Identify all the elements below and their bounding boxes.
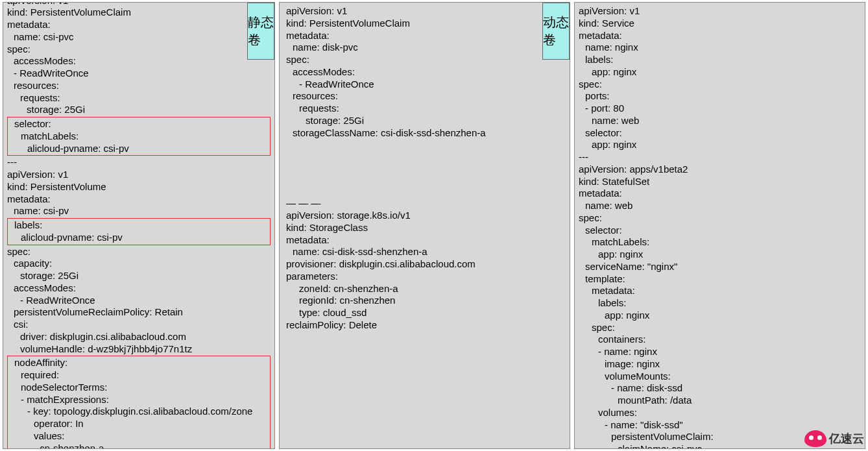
yaml-line: labels: xyxy=(8,219,270,232)
yaml-line: accessModes: xyxy=(7,282,271,295)
yaml-line: accessModes: xyxy=(286,66,566,79)
yaml-line: mountPath: /data xyxy=(579,395,861,407)
cloud-logo-icon xyxy=(804,430,826,447)
yaml-line: apiVersion: apps/v1beta2 xyxy=(579,164,861,176)
service-statefulset-panel: apiVersion: v1 kind: Service metadata: n… xyxy=(574,2,865,449)
yaml-line: volumeHandle: d-wz9bkj7jhbb4jo77n1tz xyxy=(7,343,271,356)
yaml-line: spec: xyxy=(579,212,861,225)
yaml-block: — — — apiVersion: storage.k8s.io/v1 kind… xyxy=(283,197,566,331)
yaml-line: volumeMounts: xyxy=(579,371,861,383)
yaml-line: provisioner: diskplugin.csi.alibabacloud… xyxy=(286,258,566,271)
yaml-line: matchLabels: xyxy=(8,130,270,143)
dynamic-volume-panel: 动态卷 apiVersion: v1 kind: PersistentVolum… xyxy=(279,2,570,449)
yaml-line: spec: xyxy=(7,246,271,258)
yaml-line: metadata: xyxy=(286,234,566,247)
yaml-line: - key: topology.diskplugin.csi.alibabacl… xyxy=(8,406,270,418)
yaml-line: operator: In xyxy=(8,418,270,430)
yaml-line: accessModes: xyxy=(7,55,271,67)
yaml-separator: --- xyxy=(7,156,271,169)
yaml-line: csi: xyxy=(7,319,271,331)
yaml-line: image: nginx xyxy=(579,358,861,371)
yaml-line: name: csi-disk-ssd-shenzhen-a xyxy=(286,246,566,258)
yaml-line: - name: nginx xyxy=(579,346,861,358)
yaml-line: selector: xyxy=(579,127,861,140)
yaml-block: apiVersion: v1 kind: PersistentVolumeCla… xyxy=(283,5,566,139)
yaml-line: resources: xyxy=(286,90,566,103)
yaml-line: regionId: cn-shenzhen xyxy=(286,295,566,307)
yaml-line: metadata: xyxy=(579,285,861,297)
yaml-line: metadata: xyxy=(7,19,271,31)
yaml-line: required: xyxy=(8,369,270,382)
yaml-line: labels: xyxy=(579,297,861,310)
yaml-line: - ReadWriteOnce xyxy=(7,295,271,307)
yaml-line: storage: 25Gi xyxy=(7,104,271,116)
yaml-line: kind: Service xyxy=(579,18,861,30)
yaml-line: reclaimPolicy: Delete xyxy=(286,319,566,332)
yaml-line: kind: PersistentVolume xyxy=(7,181,271,193)
yaml-line: storage: 25Gi xyxy=(286,115,566,127)
yaml-line: apiVersion: storage.k8s.io/v1 xyxy=(286,210,566,222)
yaml-line: - ReadWriteOnce xyxy=(7,67,271,80)
static-volume-tag: 静态卷 xyxy=(247,3,274,60)
yaml-block: apiVersion: v1 kind: PersistentVolumeCla… xyxy=(7,2,271,116)
yaml-line: - name: "disk-ssd" xyxy=(579,419,861,432)
yaml-line: volumes: xyxy=(579,407,861,419)
yaml-line: name: csi-pv xyxy=(7,205,271,217)
yaml-line: persistentVolumeReclaimPolicy: Retain xyxy=(7,306,271,319)
yaml-line: zoneId: cn-shenzhen-a xyxy=(286,283,566,295)
yaml-line: name: web xyxy=(579,115,861,127)
dynamic-volume-tag: 动态卷 xyxy=(542,3,570,60)
yaml-line: labels: xyxy=(579,54,861,66)
watermark-text: 亿速云 xyxy=(829,432,864,446)
yaml-line: apiVersion: v1 xyxy=(286,5,566,18)
yaml-line: metadata: xyxy=(286,30,566,42)
yaml-line: name: web xyxy=(579,200,861,212)
yaml-line: app: nginx xyxy=(579,249,861,261)
yaml-line: alicloud-pvname: csi-pv xyxy=(8,232,270,244)
highlight-box-selector: selector: matchLabels: alicloud-pvname: … xyxy=(7,117,271,156)
yaml-line: kind: PersistentVolumeClaim xyxy=(7,6,271,19)
yaml-line: parameters: xyxy=(286,271,566,283)
yaml-line: - name: disk-ssd xyxy=(579,382,861,395)
yaml-line: spec: xyxy=(7,43,271,56)
yaml-line: type: cloud_ssd xyxy=(286,307,566,319)
yaml-line: nodeAffinity: xyxy=(8,357,270,369)
yaml-line: name: csi-pvc xyxy=(7,31,271,43)
yaml-line: app: nginx xyxy=(579,66,861,79)
yaml-line: driver: diskplugin.csi.alibabacloud.com xyxy=(7,331,271,343)
yaml-line: metadata: xyxy=(7,193,271,206)
yaml-line: containers: xyxy=(579,334,861,346)
yaml-line: app: nginx xyxy=(579,310,861,322)
yaml-block: apiVersion: v1 kind: PersistentVolume me… xyxy=(7,169,271,217)
yaml-divider: — — — xyxy=(286,197,566,210)
yaml-line: spec: xyxy=(286,54,566,66)
yaml-line: spec: xyxy=(579,79,861,91)
yaml-line: template: xyxy=(579,273,861,286)
yaml-line: selector: xyxy=(579,225,861,237)
highlight-box-nodeaffinity: nodeAffinity: required: nodeSelectorTerm… xyxy=(7,356,271,449)
static-volume-panel: 静态卷 apiVersion: v1 kind: PersistentVolum… xyxy=(3,2,275,449)
yaml-line: alicloud-pvname: csi-pv xyxy=(8,143,270,155)
yaml-line: - matchExpressions: xyxy=(8,394,270,406)
yaml-line: serviceName: "nginx" xyxy=(579,261,861,273)
yaml-line: name: disk-pvc xyxy=(286,42,566,54)
yaml-line: - ReadWriteOnce xyxy=(286,79,566,91)
yaml-line: apiVersion: v1 xyxy=(7,169,271,181)
yaml-line: nodeSelectorTerms: xyxy=(8,382,270,394)
yaml-line: capacity: xyxy=(7,258,271,270)
yaml-line: requests: xyxy=(7,92,271,104)
yaml-line: storageClassName: csi-disk-ssd-shenzhen-… xyxy=(286,127,566,140)
yaml-line: kind: PersistentVolumeClaim xyxy=(286,18,566,30)
yaml-line: - cn-shenzhen-a xyxy=(8,443,270,449)
yaml-line: apiVersion: v1 xyxy=(579,5,861,18)
yaml-line: app: nginx xyxy=(579,139,861,151)
yaml-line: resources: xyxy=(7,80,271,92)
yaml-line: ports: xyxy=(579,90,861,103)
yaml-line: storage: 25Gi xyxy=(7,270,271,282)
yaml-separator: --- xyxy=(579,151,861,164)
highlight-box-labels: labels: alicloud-pvname: csi-pv xyxy=(7,218,271,245)
yaml-line: - port: 80 xyxy=(579,103,861,115)
yaml-line: requests: xyxy=(286,103,566,115)
yaml-line: kind: StatefulSet xyxy=(579,176,861,188)
yaml-line: spec: xyxy=(579,322,861,334)
